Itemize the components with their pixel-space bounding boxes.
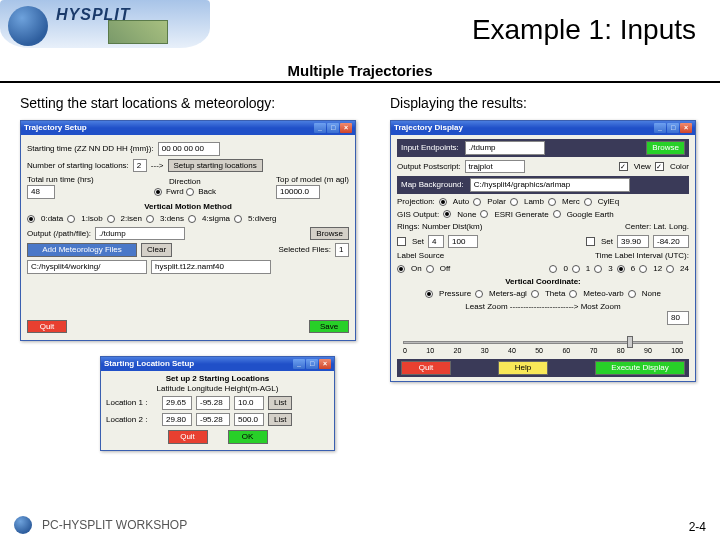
map-bg-field[interactable]: C:/hysplit4/graphics/arlmap <box>470 178 630 192</box>
proj-merc-radio[interactable] <box>548 198 556 206</box>
loc2-list-button[interactable]: List <box>268 413 292 427</box>
loc2-ht-field[interactable]: 500.0 <box>234 413 264 427</box>
center-lat-field[interactable]: 39.90 <box>617 235 649 249</box>
rings-num-field[interactable]: 4 <box>428 235 444 249</box>
label-source-label: Label Source <box>397 251 444 261</box>
loc1-lon-field[interactable]: -95.28 <box>196 396 230 410</box>
tli-12-radio[interactable] <box>639 265 647 273</box>
maximize-icon[interactable]: □ <box>327 123 339 133</box>
setup-locations-button[interactable]: Setup starting locations <box>168 159 263 173</box>
clear-button[interactable]: Clear <box>141 243 172 257</box>
gis-esri-radio[interactable] <box>480 210 488 218</box>
gis-esri: ESRI Generate <box>494 210 548 220</box>
top-model-label: Top of model (m agl) <box>276 175 349 185</box>
center-set-checkbox[interactable] <box>586 237 595 246</box>
tli-0: 0 <box>563 264 567 274</box>
close-icon[interactable]: × <box>680 123 692 133</box>
vert-metersagl: Meters-agl <box>489 289 527 299</box>
view-checkbox[interactable]: ✓ <box>619 162 628 171</box>
close-icon[interactable]: × <box>340 123 352 133</box>
nloc-field[interactable]: 2 <box>133 159 147 173</box>
direction-back-radio[interactable] <box>186 188 194 196</box>
map-bg-row: Map Background: C:/hysplit4/graphics/arl… <box>397 176 689 194</box>
tli-3-radio[interactable] <box>594 265 602 273</box>
vert-theta-radio[interactable] <box>531 290 539 298</box>
labsrc-on-radio[interactable] <box>397 265 405 273</box>
vmm-opt-2-radio[interactable] <box>107 215 115 223</box>
vmm-opt-5-radio[interactable] <box>234 215 242 223</box>
vert-pressure-radio[interactable] <box>425 290 433 298</box>
tli-24-radio[interactable] <box>666 265 674 273</box>
output-path-label: Output (/path/file): <box>27 229 91 239</box>
loc-ok-button[interactable]: OK <box>228 430 268 444</box>
traj-save-button[interactable]: Save <box>309 320 349 334</box>
rings-dist-field[interactable]: 100 <box>448 235 478 249</box>
proj-auto-radio[interactable] <box>439 198 447 206</box>
display-help-button[interactable]: Help <box>498 361 548 375</box>
minimize-icon[interactable]: _ <box>293 359 305 369</box>
vert-none-radio[interactable] <box>628 290 636 298</box>
trajectory-display-window: Trajectory Display _ □ × Input Endpoints… <box>390 120 696 381</box>
selected-files-label: Selected Files: <box>279 245 331 255</box>
execute-display-button[interactable]: Execute Display <box>595 361 685 375</box>
top-model-field[interactable]: 10000.0 <box>276 185 320 199</box>
output-ps-field[interactable]: trajplot <box>465 160 525 174</box>
output-path-field[interactable]: ./tdump <box>95 227 185 241</box>
vert-meteo-radio[interactable] <box>569 290 577 298</box>
maximize-icon[interactable]: □ <box>306 359 318 369</box>
loc2-lon-field[interactable]: -95.28 <box>196 413 230 427</box>
direction-fwd-radio[interactable] <box>154 188 162 196</box>
proj-lamb-radio[interactable] <box>510 198 518 206</box>
left-heading: Setting the start locations & meteorolog… <box>20 94 360 112</box>
loc2-lat-field[interactable]: 29.80 <box>162 413 192 427</box>
start-time-field[interactable]: 00 00 00 00 <box>158 142 220 156</box>
gis-none-radio[interactable] <box>443 210 451 218</box>
right-column: Displaying the results: Trajectory Displ… <box>390 94 700 382</box>
loc-quit-button[interactable]: Quit <box>168 430 208 444</box>
tli-0-radio[interactable] <box>549 265 557 273</box>
selected-files-field[interactable]: 1 <box>335 243 349 257</box>
zoom-slider[interactable]: 010 2030 4050 6070 8090 100 <box>403 327 683 357</box>
met-file-field[interactable]: hysplit.t12z.namf40 <box>151 260 271 274</box>
add-met-button[interactable]: Add Meteorology Files <box>27 243 137 257</box>
center-lon-field[interactable]: -84.20 <box>653 235 689 249</box>
gis-label: GIS Output: <box>397 210 439 220</box>
maximize-icon[interactable]: □ <box>667 123 679 133</box>
display-quit-button[interactable]: Quit <box>401 361 451 375</box>
vert-metersagl-radio[interactable] <box>475 290 483 298</box>
loc1-lat-field[interactable]: 29.65 <box>162 396 192 410</box>
proj-label: Projection: <box>397 197 435 207</box>
output-browse-button[interactable]: Browse <box>310 227 349 241</box>
loc1-ht-field[interactable]: 10.0 <box>234 396 264 410</box>
met-dir-field[interactable]: C:/hysplit4/working/ <box>27 260 147 274</box>
proj-cyleq-radio[interactable] <box>584 198 592 206</box>
starting-location-titlebar[interactable]: Starting Location Setup _ □ × <box>101 357 334 371</box>
color-checkbox[interactable]: ✓ <box>655 162 664 171</box>
input-browse-button[interactable]: Browse <box>646 141 685 155</box>
runtime-field[interactable]: 48 <box>27 185 55 199</box>
close-icon[interactable]: × <box>319 359 331 369</box>
rings-set-checkbox[interactable] <box>397 237 406 246</box>
content-area: Setting the start locations & meteorolog… <box>0 94 720 494</box>
proj-polar-radio[interactable] <box>473 198 481 206</box>
footer-logo-icon <box>14 516 32 534</box>
input-endpoints-field[interactable]: ./tdump <box>465 141 545 155</box>
zoom-value-field[interactable]: 80 <box>667 311 689 325</box>
loc1-list-button[interactable]: List <box>268 396 292 410</box>
vmm-opt-1-radio[interactable] <box>67 215 75 223</box>
arrow-label: ---> <box>151 161 164 171</box>
tli-24: 24 <box>680 264 689 274</box>
gis-google-radio[interactable] <box>553 210 561 218</box>
minimize-icon[interactable]: _ <box>654 123 666 133</box>
labsrc-off-radio[interactable] <box>426 265 434 273</box>
trajectory-display-titlebar[interactable]: Trajectory Display _ □ × <box>391 121 695 135</box>
traj-quit-button[interactable]: Quit <box>27 320 67 334</box>
vert-meteo: Meteo-varb <box>583 289 623 299</box>
tli-1-radio[interactable] <box>572 265 580 273</box>
minimize-icon[interactable]: _ <box>314 123 326 133</box>
trajectory-setup-titlebar[interactable]: Trajectory Setup _ □ × <box>21 121 355 135</box>
vmm-opt-4-radio[interactable] <box>188 215 196 223</box>
vmm-opt-3-radio[interactable] <box>146 215 154 223</box>
vmm-opt-0-radio[interactable] <box>27 215 35 223</box>
tli-6-radio[interactable] <box>617 265 625 273</box>
